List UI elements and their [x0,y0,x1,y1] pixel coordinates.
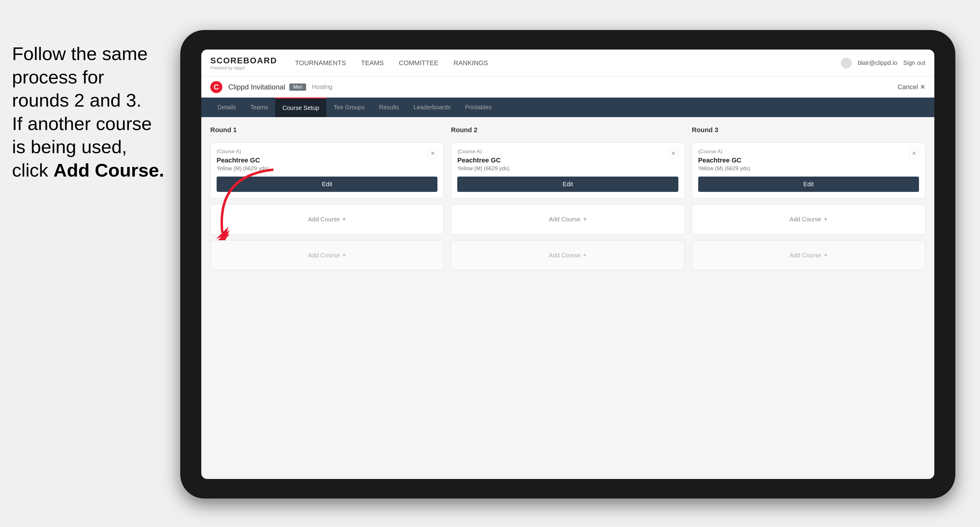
round-1-add-course-2-plus: + [342,251,346,259]
user-avatar [841,58,852,68]
tablet-screen: SCOREBOARD Powered by clippd TOURNAMENTS… [201,49,934,479]
round-2-add-course-2-text: Add Course + [549,251,587,259]
scoreboard-logo: SCOREBOARD [210,56,277,65]
round-2-add-course-1-plus: + [583,215,587,223]
user-email: blair@clippd.io [858,59,897,67]
round-3-card-header: (Course A) Peachtree GC Yellow (M) (6629… [698,149,919,176]
round-3-add-course-2: Add Course + [692,240,925,270]
sign-out-link[interactable]: Sign out [904,59,925,67]
round-2-card-header: (Course A) Peachtree GC Yellow (M) (6629… [457,149,678,176]
round-3-course-card: (Course A) Peachtree GC Yellow (M) (6629… [692,142,925,198]
round-3-course-details: Yellow (M) (6629 yds) [698,165,907,172]
tournament-title: Clippd Invitational [228,83,285,91]
cancel-button[interactable]: Cancel ✕ [897,83,925,91]
round-1-column: Round 1 (Course A) Peachtree GC Yellow (… [210,126,444,270]
tab-details[interactable]: Details [210,98,243,117]
tab-results[interactable]: Results [372,98,406,117]
round-3-add-course-2-text: Add Course + [789,251,827,259]
logo-area: SCOREBOARD Powered by clippd [210,56,277,70]
round-3-add-course-2-plus: + [824,251,828,259]
hosting-status: Hosting [312,84,332,90]
nav-rankings[interactable]: RANKINGS [453,58,488,68]
instruction-text: Follow the same process for rounds 2 and… [0,42,210,182]
round-3-add-course-1-text: Add Course + [789,215,827,223]
round-2-card-info: (Course A) Peachtree GC Yellow (M) (6629… [457,149,665,176]
round-2-add-course-1[interactable]: Add Course + [451,204,684,234]
round-1-add-course-1[interactable]: Add Course + [210,204,444,234]
round-2-course-card: (Course A) Peachtree GC Yellow (M) (6629… [451,142,684,198]
top-nav: SCOREBOARD Powered by clippd TOURNAMENTS… [201,49,934,76]
round-1-course-details: Yellow (M) (6629 yds) [216,165,425,172]
round-1-edit-button[interactable]: Edit [216,176,438,192]
round-1-add-course-1-text: Add Course + [308,215,346,223]
round-2-add-course-2-plus: + [583,251,587,259]
round-2-edit-button[interactable]: Edit [457,176,678,192]
nav-teams[interactable]: TEAMS [361,58,384,68]
round-1-card-info: (Course A) Peachtree GC Yellow (M) (6629… [216,149,425,176]
round-3-card-info: (Course A) Peachtree GC Yellow (M) (6629… [698,149,907,176]
round-1-course-name: Peachtree GC [216,156,425,164]
round-1-course-label: (Course A) [216,149,425,155]
tab-course-setup[interactable]: Course Setup [275,98,326,117]
round-1-label: Round 1 [210,126,444,134]
tab-printables[interactable]: Printables [458,98,499,117]
nav-tournaments[interactable]: TOURNAMENTS [295,58,346,68]
round-3-add-course-1-plus: + [824,215,828,223]
round-1-add-course-2-text: Add Course + [308,251,346,259]
round-3-course-label: (Course A) [698,149,907,155]
round-2-add-course-1-text: Add Course + [549,215,587,223]
round-3-remove-button[interactable]: ✕ [909,149,919,158]
round-2-course-label: (Course A) [457,149,665,155]
round-3-add-course-1[interactable]: Add Course + [692,204,925,234]
main-content: Round 1 (Course A) Peachtree GC Yellow (… [201,117,934,479]
tab-teams[interactable]: Teams [243,98,275,117]
sub-header: C Clippd Invitational Men Hosting Cancel… [201,76,934,98]
tab-bar: Details Teams Course Setup Tee Groups Re… [201,98,934,117]
powered-by-label: Powered by clippd [210,65,277,70]
nav-links: TOURNAMENTS TEAMS COMMITTEE RANKINGS [295,58,841,68]
round-3-edit-button[interactable]: Edit [698,176,919,192]
round-2-course-details: Yellow (M) (6629 yds) [457,165,665,172]
round-1-remove-button[interactable]: ✕ [428,149,438,158]
brand-logo: C [210,81,222,93]
round-1-add-course-2: Add Course + [210,240,444,270]
round-2-add-course-2: Add Course + [451,240,684,270]
round-3-column: Round 3 (Course A) Peachtree GC Yellow (… [692,126,925,270]
tab-leaderboards[interactable]: Leaderboards [406,98,458,117]
round-2-column: Round 2 (Course A) Peachtree GC Yellow (… [451,126,684,270]
round-1-course-card: (Course A) Peachtree GC Yellow (M) (6629… [210,142,444,198]
round-3-course-name: Peachtree GC [698,156,907,164]
round-2-course-name: Peachtree GC [457,156,665,164]
round-3-label: Round 3 [692,126,925,134]
tournament-gender-badge: Men [289,84,306,91]
round-2-label: Round 2 [451,126,684,134]
nav-user-area: blair@clippd.io Sign out [841,58,925,68]
round-1-add-course-1-plus: + [342,215,346,223]
tab-tee-groups[interactable]: Tee Groups [326,98,372,117]
nav-committee[interactable]: COMMITTEE [399,58,439,68]
rounds-grid: Round 1 (Course A) Peachtree GC Yellow (… [210,126,925,270]
round-2-remove-button[interactable]: ✕ [669,149,678,158]
round-1-card-header: (Course A) Peachtree GC Yellow (M) (6629… [216,149,438,176]
tablet-device: SCOREBOARD Powered by clippd TOURNAMENTS… [180,30,955,498]
